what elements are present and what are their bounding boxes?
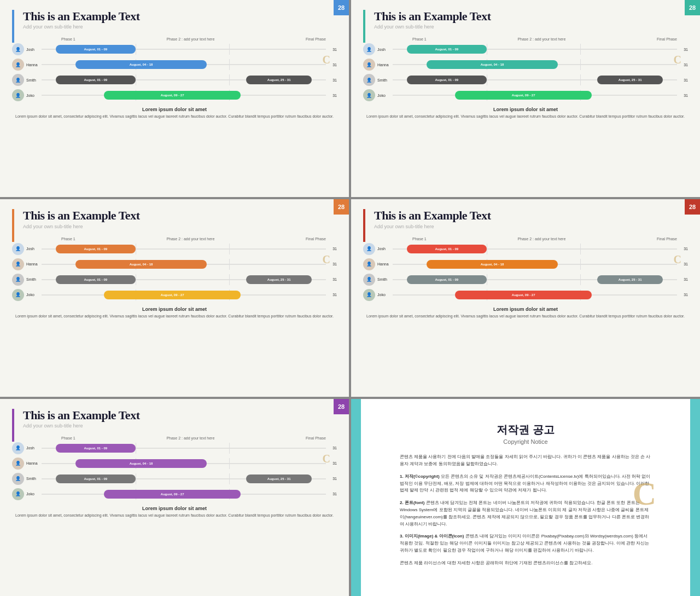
bar-hanna-4: August, 04 - 18 xyxy=(427,260,557,269)
copyright-title-kr: 저작권 공고 xyxy=(400,423,651,437)
slide-title-5: This is an Example Text xyxy=(23,409,139,422)
gantt-row-hanna-2: 👤 Hanna August, 04 - 18 C 31 xyxy=(363,59,688,71)
slide-header-1: This is an Example Text Add your own sub… xyxy=(12,10,337,34)
avatar-joko-3: 👤 xyxy=(12,289,24,301)
copyright-s2-title: 2. 폰트(font) xyxy=(400,500,424,505)
copyright-title-en: Copyright Notice xyxy=(400,438,651,445)
gantt-row-smith-4: 👤 Smith August, 01 - 09 August, 25 - 31 … xyxy=(363,274,688,286)
avatar-joko-2: 👤 xyxy=(363,89,375,101)
bar-joko-1: August, 09 - 27 xyxy=(104,91,241,100)
gantt-row-joko-5: 👤 Joko August, 09 - 27 31 xyxy=(12,488,337,500)
bar-smith-3b: August, 25 - 31 xyxy=(246,275,312,284)
bar-smith-5a: August, 01 - 09 xyxy=(56,475,136,483)
num-hanna-1: 31 xyxy=(330,63,337,67)
copyright-section3: 3. 이미지(Image) & 아이콘(Icon) 콘텐츠 내에 담겨있는 이미… xyxy=(400,533,651,554)
gantt-4: Phase 1 Phase 2 : add your text here Fin… xyxy=(363,237,688,301)
copyright-para1: 콘텐츠 제품을 사용하기 전에 다음의 발매을 조정들을 자세히 읽어 주시기 … xyxy=(400,454,651,468)
text-paragraph-4: Lorem ipsum dolor sit amet, consectetur … xyxy=(363,314,688,319)
bar-smith-2a: August, 01 - 09 xyxy=(407,76,487,84)
gantt-line-smith-1: August, 01 - 09 August, 25 - 31 xyxy=(42,74,326,85)
slide-badge-2: 28 xyxy=(685,0,700,15)
avatar-joko-4: 👤 xyxy=(363,289,375,301)
slide-title-2: This is an Example Text xyxy=(374,10,491,23)
copyright-section1: 1. 저작(©copyright) 모든 콘텐츠의 소유 및 저작권은 콘텐츠제… xyxy=(400,473,651,494)
gantt-row-hanna-4: 👤 Hanna August, 04 - 18 C 31 xyxy=(363,258,688,270)
copyright-s1-title: 1. 저작(©copyright) xyxy=(400,474,440,479)
gantt-line-joko-1: August, 09 - 27 xyxy=(42,90,326,101)
bar-joko-2: August, 09 - 27 xyxy=(455,91,592,100)
slide-badge-3: 28 xyxy=(334,199,349,215)
slide-header-5: This is an Example Text Add your own sub… xyxy=(12,409,337,433)
avatar-smith-2: 👤 xyxy=(363,74,375,86)
slide-4: 28 This is an Example Text Add your own … xyxy=(351,199,700,396)
gantt-row-hanna-1: 👤 Hanna August, 04 - 18 C 31 xyxy=(12,59,337,71)
bar-joko-4: August, 09 - 27 xyxy=(455,291,592,299)
slide-badge-4: 28 xyxy=(685,199,700,215)
copyright-footer: 콘텐츠 제품 라이선스에 대한 자세한 사항은 공래하여 하단에 기재된 콘텐츠… xyxy=(400,560,651,567)
bar-josh-2: August, 01 - 09 xyxy=(407,45,487,54)
bar-smith-1b: August, 25 - 31 xyxy=(246,76,312,84)
gantt-5: Phase 1 Phase 2 : add your text here Fin… xyxy=(12,436,337,500)
avatar-hanna-3: 👤 xyxy=(12,258,24,270)
text-paragraph-3: Lorem ipsum dolor sit amet, consectetur … xyxy=(12,314,337,319)
num-josh-1: 31 xyxy=(330,48,337,51)
gantt-row-hanna-5: 👤 Hanna August, 04 - 18 C 31 xyxy=(12,458,337,470)
bar-josh-1: August, 01 - 09 xyxy=(56,45,136,54)
title-area-2: This is an Example Text Add your own sub… xyxy=(368,10,491,30)
avatar-joko-5: 👤 xyxy=(12,488,24,500)
gantt-row-smith-1: 👤 Smith August, 01 - 09 August, 25 - 31 … xyxy=(12,74,337,86)
bar-smith-4a: August, 01 - 09 xyxy=(407,275,487,284)
text-section-2: Lorem ipsum dolor sit amet Lorem ipsum d… xyxy=(363,107,688,119)
avatar-joko-1: 👤 xyxy=(12,89,24,101)
text-heading-5: Lorem ipsum dolor sit amet xyxy=(12,506,337,511)
text-paragraph-5: Lorem ipsum dolor sit amet, consectetur … xyxy=(12,513,337,518)
bar-smith-2b: August, 25 - 31 xyxy=(597,76,663,84)
gantt-phases-2: Phase 1 Phase 2 : add your text here Fin… xyxy=(407,37,677,41)
slide-subtitle-1: Add your own sub-title here xyxy=(23,24,139,30)
gantt-row-josh-4: 👤 Josh August, 01 - 09 31 xyxy=(363,243,688,255)
title-area-3: This is an Example Text Add your own sub… xyxy=(16,209,139,229)
gantt-line-hanna-1: August, 04 - 18 C xyxy=(42,59,326,70)
avatar-josh-1: 👤 xyxy=(12,43,24,55)
slide-5: 28 This is an Example Text Add your own … xyxy=(0,399,349,596)
avatar-hanna-2: 👤 xyxy=(363,59,375,71)
slide-title-4: This is an Example Text xyxy=(374,209,491,222)
bar-smith-4b: August, 25 - 31 xyxy=(597,275,663,284)
gantt-row-smith-2: 👤 Smith August, 01 - 09 August, 25 - 31 … xyxy=(363,74,688,86)
avatar-josh-5: 👤 xyxy=(12,442,24,454)
name-hanna-1: Hanna xyxy=(26,63,42,67)
slide-subtitle-4: Add your own sub-title here xyxy=(374,224,491,229)
text-heading-1: Lorem ipsum dolor sit amet xyxy=(12,107,337,112)
gantt-row-josh-1: 👤 Josh August, 01 - 09 31 xyxy=(12,43,337,55)
gantt-phases-4: Phase 1 Phase 2 : add your text here Fin… xyxy=(407,237,677,241)
bar-smith-1a: August, 01 - 09 xyxy=(56,76,136,84)
copyright-s2-text: 콘텐츠 내에 담겨있는 전체 폰트는 네이버 나눔폰트의 저작권에 귀하여 적용… xyxy=(400,500,649,526)
bar-hanna-3: August, 04 - 18 xyxy=(75,260,206,269)
slide-header-3: This is an Example Text Add your own sub… xyxy=(12,209,337,233)
gantt-row-hanna-3: 👤 Hanna August, 04 - 18 C 31 xyxy=(12,258,337,270)
copyright-s3-title: 3. 이미지(Image) & 아이콘(Icon) xyxy=(400,534,464,539)
slide-3: 28 This is an Example Text Add your own … xyxy=(0,199,349,396)
bar-joko-3: August, 09 - 27 xyxy=(104,291,241,299)
gantt-row-smith-3: 👤 Smith August, 01 - 09 August, 25 - 31 … xyxy=(12,274,337,286)
text-heading-2: Lorem ipsum dolor sit amet xyxy=(363,107,688,112)
bar-hanna-2: August, 04 - 18 xyxy=(427,60,557,69)
copyright-content: 저작권 공고 Copyright Notice 콘텐츠 제품을 사용하기 전에 … xyxy=(400,423,651,572)
avatar-smith-3: 👤 xyxy=(12,274,24,286)
text-section-5: Lorem ipsum dolor sit amet Lorem ipsum d… xyxy=(12,506,337,518)
copyright-c-decoration: C xyxy=(633,475,656,512)
slide-subtitle-3: Add your own sub-title here xyxy=(23,224,139,229)
slide-title-3: This is an Example Text xyxy=(23,209,139,222)
gantt-row-joko-4: 👤 Joko August, 09 - 27 31 xyxy=(363,289,688,301)
bar-josh-4: August, 01 - 09 xyxy=(407,245,487,253)
bar-josh-3: August, 01 - 09 xyxy=(56,245,136,253)
gantt-phases-3: Phase 1 Phase 2 : add your text here Fin… xyxy=(56,237,326,241)
text-section-3: Lorem ipsum dolor sit amet Lorem ipsum d… xyxy=(12,306,337,319)
gantt-2: Phase 1 Phase 2 : add your text here Fin… xyxy=(363,37,688,101)
title-area-4: This is an Example Text Add your own sub… xyxy=(368,209,491,229)
gantt-line-josh-1: August, 01 - 09 xyxy=(42,44,326,55)
gantt-phases-5: Phase 1 Phase 2 : add your text here Fin… xyxy=(56,436,326,440)
slide-subtitle-5: Add your own sub-title here xyxy=(23,423,139,429)
title-area-1: This is an Example Text Add your own sub… xyxy=(16,10,139,30)
slide-2: 28 This is an Example Text Add your own … xyxy=(351,0,700,197)
